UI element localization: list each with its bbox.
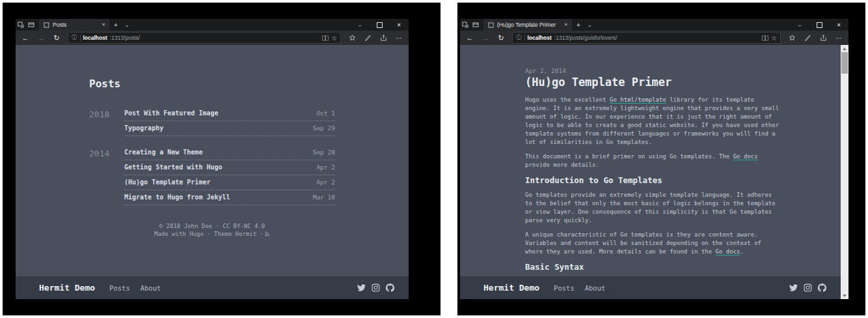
web-notes-pen-icon[interactable]	[360, 35, 375, 42]
post-row[interactable]: (Hu)go Template Primer Apr 2	[124, 175, 335, 190]
address-bar[interactable]: ⓘ localhost:1313/posts/ ☆	[68, 32, 341, 44]
refresh-button[interactable]: ↻	[494, 34, 508, 42]
forward-button[interactable]: →	[34, 34, 48, 42]
paragraph-text: .	[740, 248, 744, 255]
share-icon[interactable]	[816, 35, 830, 42]
minimize-button[interactable]: –	[790, 19, 809, 31]
post-link[interactable]: Post With Featured Image	[124, 109, 219, 117]
new-tab-button[interactable]: +	[109, 22, 122, 29]
window-controls: – ✕	[350, 19, 409, 31]
nav-link-about[interactable]: About	[141, 284, 161, 292]
page-favicon-icon	[43, 19, 49, 31]
article-page-viewport: Apr 2, 2014 (Hu)go Template Primer Hugo …	[460, 45, 848, 299]
browser-toolbar: ← → ↻ ⓘ localhost:1313/posts/goisforlove…	[460, 31, 848, 45]
set-tabs-aside-icon[interactable]	[16, 19, 26, 31]
paragraph-text: This document is a brief primer on using…	[525, 153, 733, 160]
add-favorite-star-icon[interactable]: ☆	[771, 35, 777, 42]
settings-more-icon[interactable]: ⋯	[392, 35, 406, 42]
section-heading-basic-syntax: Basic Syntax	[525, 262, 780, 272]
site-brand-link[interactable]: Hermit Demo	[39, 283, 95, 293]
close-window-button[interactable]: ✕	[389, 19, 409, 31]
article-date: Apr 2, 2014	[525, 67, 780, 74]
post-link[interactable]: (Hu)go Template Primer	[124, 179, 210, 186]
share-icon[interactable]	[376, 35, 390, 42]
back-button[interactable]: ←	[18, 34, 33, 42]
new-tab-button[interactable]: +	[572, 22, 585, 29]
footer-copyright: © 2018 John Doe · CC BY-NC 4.0	[89, 222, 335, 230]
paragraph-text: provide more details.	[525, 162, 599, 168]
scrollbar[interactable]	[841, 45, 848, 299]
instagram-icon[interactable]	[372, 283, 380, 292]
social-icons	[789, 283, 826, 292]
post-row[interactable]: Typography Sep 29	[124, 121, 335, 136]
go-html-template-link[interactable]: Go html/template	[610, 96, 666, 104]
tabs-preview-icon[interactable]	[26, 19, 36, 31]
site-brand-link[interactable]: Hermit Demo	[483, 283, 539, 293]
tab-bar: (Hu)go Template Primer ✕ + ⌄ – ✕	[460, 19, 848, 31]
post-row[interactable]: Migrate to Hugo from Jekyll Mar 10	[124, 190, 335, 205]
post-link[interactable]: Typography	[124, 124, 163, 132]
page-title: Posts	[89, 78, 335, 91]
post-link[interactable]: Migrate to Hugo from Jekyll	[124, 194, 230, 201]
year-post-list: Post With Featured Image Oct 1 Typograph…	[124, 106, 335, 136]
nav-link-posts[interactable]: Posts	[109, 284, 130, 292]
settings-more-icon[interactable]: ⋯	[832, 35, 846, 42]
tab-list-chevron-icon[interactable]: ⌄	[122, 22, 132, 28]
instagram-icon[interactable]	[804, 283, 812, 292]
address-divider	[80, 35, 81, 41]
scrollbar-up-arrow[interactable]	[841, 45, 848, 52]
up-arrow-icon	[843, 48, 847, 50]
tabs-preview-icon[interactable]	[470, 19, 481, 31]
window-controls: – ✕	[790, 19, 848, 31]
nav-link-posts[interactable]: Posts	[554, 284, 575, 292]
reading-view-icon[interactable]	[762, 35, 768, 41]
footer-credits-text: Made with Hugo · Theme Hermit ·	[154, 231, 264, 237]
browser-tab[interactable]: (Hu)go Template Primer ✕	[483, 19, 572, 31]
go-docs-link[interactable]: Go docs	[733, 153, 758, 160]
minimize-button[interactable]: –	[350, 19, 370, 31]
url-path: :1313/posts/goisforlovers/	[554, 35, 617, 41]
tab-close-icon[interactable]: ✕	[96, 22, 105, 27]
reading-view-icon[interactable]	[322, 35, 329, 41]
browser-tab[interactable]: Posts ✕	[39, 19, 109, 31]
favorites-hub-icon[interactable]	[785, 35, 799, 42]
site-bottom-nav: Hermit Demo Posts About	[460, 276, 841, 299]
tab-list-chevron-icon[interactable]: ⌄	[585, 22, 595, 28]
post-row[interactable]: Creating a New Theme Sep 28	[124, 145, 335, 160]
refresh-button[interactable]: ↻	[49, 34, 64, 42]
github-icon[interactable]	[386, 283, 394, 292]
tab-close-icon[interactable]: ✕	[559, 22, 568, 27]
github-icon[interactable]	[818, 283, 826, 292]
post-link[interactable]: Creating a New Theme	[124, 149, 202, 156]
set-tabs-aside-icon[interactable]	[460, 19, 470, 31]
go-docs-link[interactable]: Go docs	[716, 248, 740, 255]
post-date: Apr 2	[316, 164, 335, 171]
site-info-icon[interactable]: ⓘ	[516, 34, 522, 42]
address-bar[interactable]: ⓘ localhost:1313/posts/goisforlovers/ ☆	[512, 32, 781, 44]
year-post-list: Creating a New Theme Sep 28 Getting Star…	[124, 145, 335, 205]
forward-button[interactable]: →	[478, 34, 493, 42]
maximize-button[interactable]	[370, 19, 389, 31]
site-info-icon[interactable]: ⓘ	[72, 34, 77, 42]
twitter-icon[interactable]	[357, 283, 366, 292]
rss-icon[interactable]	[265, 231, 270, 238]
browser-window-posts: Posts ✕ + ⌄ – ✕ ← → ↻ ⓘ localh	[16, 19, 409, 299]
down-arrow-icon[interactable]	[843, 295, 847, 297]
post-link[interactable]: Getting Started with Hugo	[124, 164, 223, 171]
scrollbar-thumb[interactable]	[841, 52, 848, 74]
web-notes-pen-icon[interactable]	[800, 35, 815, 42]
add-favorite-star-icon[interactable]: ☆	[331, 35, 337, 42]
url-host: localhost	[528, 35, 552, 41]
paragraph-text: library for its template engine. It is a…	[525, 96, 779, 145]
nav-link-about[interactable]: About	[585, 284, 606, 292]
maximize-button[interactable]	[809, 19, 829, 31]
favorites-hub-icon[interactable]	[345, 35, 359, 42]
tab-title: (Hu)go Template Primer	[497, 22, 556, 28]
twitter-icon[interactable]	[789, 283, 798, 292]
post-row[interactable]: Post With Featured Image Oct 1	[124, 106, 335, 121]
close-window-button[interactable]: ✕	[829, 19, 848, 31]
post-row[interactable]: Getting Started with Hugo Apr 2	[124, 160, 335, 175]
back-button[interactable]: ←	[463, 34, 477, 42]
url-path: :1313/posts/	[110, 35, 140, 41]
post-date: Apr 2	[316, 179, 335, 186]
